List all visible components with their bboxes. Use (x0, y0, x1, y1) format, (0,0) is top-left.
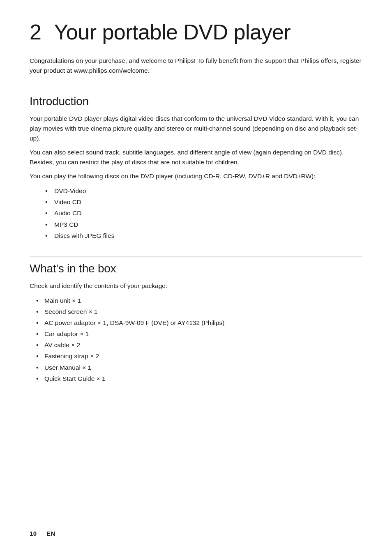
list-item: Fastening strap × 2 (44, 350, 362, 362)
box-items-list: Main unit × 1 Second screen × 1 AC power… (30, 295, 362, 384)
intro-para-3: You can play the following discs on the … (30, 171, 362, 181)
section-heading-introduction: Introduction (30, 95, 362, 108)
section-whats-in-box: What's in the box Check and identify the… (30, 262, 362, 384)
page-number: 10 (30, 530, 37, 537)
list-item: DVD-Video (54, 185, 362, 196)
list-item: Main unit × 1 (44, 295, 362, 306)
intro-para-1: Your portable DVD player plays digital v… (30, 114, 362, 143)
section-introduction: Introduction Your portable DVD player pl… (30, 95, 362, 241)
page-title: 2 Your portable DVD player (30, 20, 362, 44)
list-item: Car adaptor × 1 (44, 328, 362, 339)
list-item: Quick Start Guide × 1 (44, 373, 362, 384)
list-item: AV cable × 2 (44, 339, 362, 350)
intro-paragraph: Congratulations on your purchase, and we… (30, 56, 362, 76)
divider-whats-in-box (30, 256, 362, 256)
list-item: User Manual × 1 (44, 362, 362, 373)
chapter-number: 2 (30, 20, 41, 44)
list-item: Video CD (54, 196, 362, 207)
list-item: Second screen × 1 (44, 306, 362, 317)
section-heading-whats-in-box: What's in the box (30, 262, 362, 275)
divider-introduction (30, 89, 362, 89)
list-item-jpeg: Discs with JPEG files (54, 230, 362, 241)
list-item: MP3 CD (54, 219, 362, 230)
list-item: AC power adaptor × 1, DSA-9W-09 F (DVE) … (44, 317, 362, 328)
box-intro-para: Check and identify the contents of your … (30, 281, 362, 291)
footer: 10 EN (30, 530, 55, 537)
title-text: Your portable DVD player (54, 20, 291, 44)
list-item: Audio CD (54, 207, 362, 219)
intro-para-2: You can also select sound track, subtitl… (30, 147, 362, 167)
language-code: EN (46, 530, 55, 537)
disc-type-list: DVD-Video Video CD Audio CD MP3 CD Discs… (30, 185, 362, 241)
